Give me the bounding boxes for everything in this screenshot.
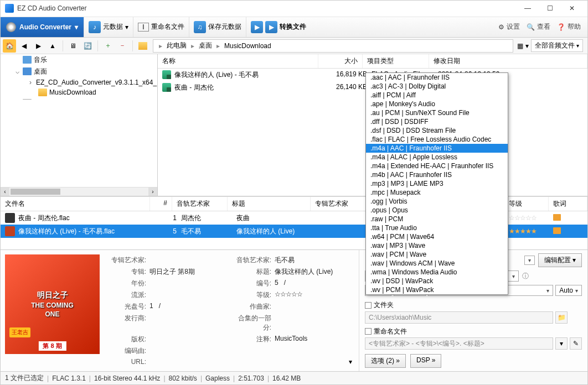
album-art[interactable]: 王老吉 明日之子THE COMING ONE 第 8 期: [5, 254, 100, 354]
desktop-button[interactable]: 🖥: [66, 39, 80, 53]
format-option[interactable]: .dsf | DSD | DSD Stream File: [366, 126, 508, 135]
format-option[interactable]: .tta | True Audio: [366, 223, 508, 232]
format-option[interactable]: .wv | DSD | WavPack: [366, 277, 508, 285]
dropdown-placeholder[interactable]: ▾: [524, 256, 535, 265]
format-option[interactable]: .m4a | Extended HE-AAC | Fraunhofer IIS: [366, 162, 508, 170]
refresh-button[interactable]: 🔄: [81, 39, 94, 53]
file-list-header: 名称 大小 项目类型 修改日期: [158, 54, 587, 69]
browse-folder-button[interactable]: 📁: [555, 311, 568, 324]
format-option[interactable]: .ape | Monkey's Audio: [366, 100, 508, 108]
rename-pattern-input[interactable]: [365, 337, 553, 350]
rename-checkbox[interactable]: 重命名文件: [365, 327, 407, 336]
col-type[interactable]: 项目类型: [363, 54, 429, 68]
format-option[interactable]: .wav | PCM | Wave: [366, 250, 508, 259]
tree-hscrollbar[interactable]: ‹›: [1, 187, 157, 196]
settings-link[interactable]: ⚙ 设置: [498, 22, 520, 32]
file-filter-combo[interactable]: 全部音频文件 ▾: [531, 39, 583, 52]
col-name[interactable]: 名称: [158, 54, 318, 68]
remove-button[interactable]: －: [116, 39, 129, 53]
format-option[interactable]: .aiff | PCM | Aiff: [366, 91, 508, 100]
folder-tree[interactable]: 音乐 ⌵桌面 ›EZ_CD_Audio_Converter_v9.3.1.1_x…: [1, 54, 158, 196]
col-num[interactable]: #: [150, 197, 172, 211]
tree-item-folder[interactable]: MusicDownload: [1, 87, 157, 97]
nav-toolbar: 🏠 ◀ ▶ ▲ 🖥 🔄 ＋ － ▸ 此电脑 ▸ 桌面 ▸ MusicDownlo…: [1, 38, 587, 54]
drive-icon: [23, 99, 32, 100]
folder-icon: [38, 89, 47, 96]
up-button[interactable]: ▲: [46, 39, 59, 53]
format-option[interactable]: .w64 | PCM | Wave64: [366, 232, 508, 241]
breadcrumb-item[interactable]: MusicDownload: [222, 42, 274, 50]
help-link[interactable]: ❓ 帮助: [557, 22, 581, 32]
col-artist[interactable]: 音轨艺术家: [172, 197, 228, 211]
tree-item-folder[interactable]: ›EZ_CD_Audio_Converter_v9.3.1.1_x64_L: [1, 77, 157, 87]
tree-item-drive[interactable]: ›系统区 (C:): [1, 97, 157, 100]
folder-checkbox[interactable]: 文件夹: [365, 300, 394, 310]
rename-button[interactable]: I 重命名文件: [133, 17, 189, 38]
desktop-icon: [23, 67, 32, 75]
main-toolbar: Audio Converter ▾ ♪ 元数据 ▾ I 重命名文件 ♫ 保存元数…: [1, 17, 587, 38]
convert-button[interactable]: ▶ ▶ 转换文件: [246, 17, 311, 38]
pattern-dropdown-button[interactable]: ▾: [555, 337, 568, 350]
format-option[interactable]: .dff | DSD | DSDIFF: [366, 117, 508, 126]
window-title: EZ CD Audio Converter: [17, 4, 517, 12]
format-option[interactable]: .au | PCM | Sun/NeXT Sound File: [366, 108, 508, 117]
col-date[interactable]: 修改日期: [429, 54, 587, 68]
minimize-button[interactable]: —: [517, 1, 539, 16]
view-link[interactable]: 🔍 查看: [527, 22, 550, 32]
add-button[interactable]: ＋: [101, 39, 115, 53]
track-thumb: [5, 226, 15, 236]
close-button[interactable]: ✕: [561, 1, 583, 16]
title-bar: EZ CD Audio Converter — ☐ ✕: [1, 1, 587, 17]
folder-path-input[interactable]: [365, 311, 553, 324]
album-period: 第 8 期: [38, 341, 66, 351]
format-option[interactable]: .mp3 | MP3 | LAME MP3: [366, 179, 508, 188]
col-rating[interactable]: 等级: [504, 197, 549, 211]
options-button[interactable]: 选项 (2) »: [365, 354, 406, 368]
tree-item-desktop[interactable]: ⌵桌面: [1, 66, 157, 77]
music-icon: [23, 56, 32, 64]
breadcrumb-item[interactable]: 桌面: [197, 41, 214, 50]
col-lyrics[interactable]: 歌词: [549, 197, 587, 211]
view-mode-button[interactable]: ▦ ▾: [517, 39, 530, 53]
format-option[interactable]: .ogg | Vorbis: [366, 197, 508, 206]
rating-stars[interactable]: ☆☆☆☆☆: [275, 290, 352, 300]
breadcrumb-item[interactable]: 此电脑: [164, 41, 189, 50]
format-option[interactable]: .ac3 | AC-3 | Dolby Digital: [366, 82, 508, 91]
format-option[interactable]: .wv | PCM | WavPack: [366, 285, 508, 294]
audio-converter-button[interactable]: Audio Converter ▾: [1, 17, 84, 38]
format-option[interactable]: .wav | Windows ACM | Wave: [366, 259, 508, 268]
back-button[interactable]: ◀: [17, 39, 30, 53]
format-option[interactable]: .aac | AAC | Fraunhofer IIS: [366, 73, 508, 82]
format-option[interactable]: .m4a | ALAC | Apple Lossless: [366, 153, 508, 162]
format-option[interactable]: .m4b | AAC | Fraunhofer IIS: [366, 170, 508, 179]
format-dropdown-list[interactable]: .aac | AAC | Fraunhofer IIS.ac3 | AC-3 |…: [365, 72, 508, 295]
metadata-button[interactable]: ♪ 元数据 ▾: [84, 17, 133, 38]
rating-stars[interactable]: ★★★★★: [509, 227, 553, 235]
col-title[interactable]: 标题: [228, 197, 311, 211]
format-option[interactable]: .wav | MP3 | Wave: [366, 241, 508, 250]
format-option[interactable]: .flac | FLAC | Free Lossless Audio Codec: [366, 135, 508, 144]
format-option[interactable]: .m4a | AAC | Fraunhofer IIS: [366, 144, 508, 153]
rating-stars[interactable]: ☆☆☆☆☆: [509, 214, 553, 222]
format-option[interactable]: .wma | Windows Media Audio: [366, 268, 508, 277]
edit-config-button[interactable]: 编辑配置 ▾: [538, 253, 582, 267]
expand-icon[interactable]: ▾: [349, 358, 352, 366]
col-size[interactable]: 大小: [318, 54, 363, 68]
breadcrumb[interactable]: ▸ 此电脑 ▸ 桌面 ▸ MusicDownload: [153, 39, 513, 53]
save-metadata-button[interactable]: ♫ 保存元数据: [189, 17, 246, 38]
home-button[interactable]: 🏠: [3, 39, 16, 53]
lyrics-icon[interactable]: [553, 214, 561, 221]
track-thumb: [5, 213, 15, 223]
info-icon[interactable]: ⓘ: [522, 272, 529, 281]
format-option[interactable]: .raw | PCM: [366, 215, 508, 223]
format-option[interactable]: .opus | Opus: [366, 206, 508, 215]
auto-combo[interactable]: Auto ▾: [555, 285, 582, 296]
forward-button[interactable]: ▶: [32, 39, 45, 53]
tree-item-music[interactable]: 音乐: [1, 54, 157, 66]
col-file[interactable]: 文件名: [1, 197, 150, 211]
format-option[interactable]: .mpc | Musepack: [366, 188, 508, 197]
pattern-edit-button[interactable]: ✎: [570, 337, 582, 350]
dsp-button[interactable]: DSP »: [410, 354, 441, 368]
maximize-button[interactable]: ☐: [539, 1, 561, 16]
lyrics-icon[interactable]: [553, 227, 561, 234]
